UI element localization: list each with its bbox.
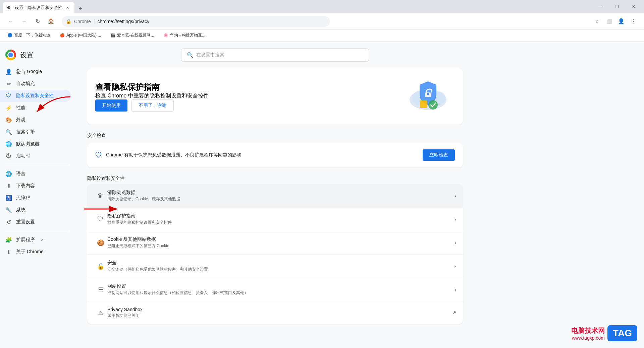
new-tab-btn[interactable]: + [76, 4, 85, 13]
sidebar-item-performance[interactable]: ⚡ 性能 [0, 102, 71, 114]
accessibility-icon: ♿ [5, 195, 12, 201]
search-box[interactable]: 🔍 在设置中搜索 [181, 48, 369, 62]
cookies-icon-area: 🍪 [94, 239, 107, 247]
bookmark-baidu[interactable]: 🔵 百度一下，你就知道 [5, 31, 52, 40]
tab-search-btn[interactable]: ⬜ [604, 16, 614, 27]
sidebar: 设置 👤 您与 Google ✏ 自动填充 🛡 隐私设置和安全性 ⚡ 性能 🎨 … [0, 42, 74, 348]
card-illustration [401, 76, 455, 117]
check-now-btn[interactable]: 立即检查 [423, 149, 455, 161]
search-placeholder-text: 在设置中搜索 [196, 52, 224, 58]
sidebar-item-extensions[interactable]: 🧩 扩展程序 ↗ [0, 234, 71, 246]
svg-point-7 [428, 100, 438, 110]
sidebar-item-default-browser[interactable]: 🌐 默认浏览器 [0, 138, 71, 150]
cookies-item[interactable]: 🍪 Cookie 及其他网站数据 已阻止无痕模式下的第三方 Cookie › [87, 231, 463, 255]
privacy-sandbox-item[interactable]: ⚠ Privacy Sandbox 试用版功能已关闭 ↗ [87, 301, 463, 324]
security-check-card: 🛡 Chrome 有助于保护您免受数据泄露、不良扩展程序等问题的影响 立即检查 [87, 143, 463, 167]
security-arrow: › [454, 263, 456, 269]
site-settings-item[interactable]: ☰ 网站设置 控制网站可以使用和显示什么信息（如位置信息、摄像头、弹出式窗口及其… [87, 278, 463, 301]
home-btn[interactable]: 🏠 [46, 16, 56, 27]
privacy-settings-title: 隐私设置和安全性 [87, 176, 463, 182]
huawei-label: 华为 - 构建万物互... [170, 32, 205, 38]
sidebar-item-language[interactable]: 🌐 语言 [0, 168, 71, 180]
privacy-sandbox-content: Privacy Sandbox 试用版功能已关闭 [107, 307, 452, 319]
iqiyi-favicon: 🎬 [110, 33, 116, 38]
sidebar-item-privacy[interactable]: 🛡 隐私设置和安全性 [0, 90, 71, 102]
google-label: 您与 Google [16, 69, 42, 75]
sidebar-item-startup[interactable]: ⏻ 启动时 [0, 150, 71, 162]
bookmark-iqiyi[interactable]: 🎬 爱奇艺-在线视频网... [108, 31, 156, 40]
sidebar-item-about[interactable]: ℹ 关于 Chrome [0, 246, 71, 258]
sidebar-item-autofill[interactable]: ✏ 自动填充 [0, 78, 71, 90]
sidebar-item-google[interactable]: 👤 您与 Google [0, 66, 71, 78]
address-url: chrome://settings/privacy [97, 19, 326, 24]
cookies-title: Cookie 及其他网站数据 [107, 236, 454, 242]
sidebar-item-appearance[interactable]: 🎨 外观 [0, 114, 71, 126]
search-container: 🔍 在设置中搜索 [87, 42, 463, 68]
privacy-guide-item[interactable]: 🛡 隐私保护指南 检查重要的隐私控制设置和安全控件 › [87, 208, 463, 231]
trash-icon: 🗑 [98, 192, 104, 199]
sidebar-item-system[interactable]: 🔧 系统 [0, 204, 71, 216]
title-bar: ⚙ 设置 - 隐私设置和安全性 ✕ + ─ ❐ ✕ [0, 0, 644, 13]
watermark-site: 电脑技术网 [571, 326, 605, 335]
close-btn[interactable]: ✕ [626, 1, 641, 12]
watermark-url: www.tagxp.com [571, 335, 605, 341]
site-settings-desc: 控制网站可以使用和显示什么信息（如位置信息、摄像头、弹出式窗口及其他） [107, 290, 454, 296]
skip-btn[interactable]: 不用了，谢谢 [131, 99, 174, 112]
clear-browsing-content: 清除浏览数据 清除浏览记录、Cookie、缓存及其他数据 [107, 190, 454, 202]
sidebar-divider-2 [5, 231, 68, 231]
default-browser-label: 默认浏览器 [16, 141, 40, 147]
extensions-icon: 🧩 [5, 236, 12, 243]
clear-browsing-desc: 清除浏览记录、Cookie、缓存及其他数据 [107, 196, 454, 202]
tab-favicon: ⚙ [7, 5, 12, 10]
sidebar-item-downloads[interactable]: ⬇ 下载内容 [0, 180, 71, 192]
apple-label: Apple (中国大陆) ... [66, 32, 101, 38]
back-btn[interactable]: ← [5, 16, 16, 27]
sidebar-item-accessibility[interactable]: ♿ 无障碍 [0, 192, 71, 204]
sidebar-item-search[interactable]: 🔍 搜索引擎 [0, 126, 71, 138]
appearance-icon: 🎨 [5, 117, 12, 123]
settings-main: 🔍 在设置中搜索 查看隐私保护指南 检查 Chrome 中重要的隐私控制设置和安… [74, 42, 476, 348]
security-desc: 安全浏览（保护您免受危险网站的侵害）和其他安全设置 [107, 267, 454, 272]
security-icon-area: 🔒 [94, 263, 107, 270]
toolbar-actions: ☆ ⬜ 👤 ⋮ [592, 16, 639, 27]
privacy-guide-item-content: 隐私保护指南 检查重要的隐私控制设置和安全控件 [107, 213, 454, 225]
privacy-guide-icon-area: 🛡 [94, 216, 107, 223]
bookmark-apple[interactable]: 🍎 Apple (中国大陆) ... [58, 31, 103, 40]
security-item[interactable]: 🔒 安全 安全浏览（保护您免受危险网站的侵害）和其他安全设置 › [87, 255, 463, 278]
watermark-tag: TAG [607, 325, 637, 341]
extensions-label: 扩展程序 [16, 237, 35, 243]
huawei-favicon: 🌸 [163, 33, 169, 38]
forward-btn[interactable]: → [19, 16, 30, 27]
settings-list: 🗑 清除浏览数据 清除浏览记录、Cookie、缓存及其他数据 › 🛡 [87, 184, 463, 324]
startup-icon: ⏻ [5, 153, 12, 159]
restore-btn[interactable]: ❐ [609, 1, 625, 12]
privacy-sandbox-icon-area: ⚠ [94, 309, 107, 316]
language-icon: 🌐 [5, 170, 12, 177]
clear-browsing-arrow: › [454, 193, 456, 199]
search-engine-icon: 🔍 [5, 129, 12, 135]
privacy-guide-arrow: › [454, 216, 456, 222]
security-title: 安全 [107, 260, 454, 266]
start-btn[interactable]: 开始使用 [95, 99, 127, 112]
bookmark-star-btn[interactable]: ☆ [592, 16, 602, 27]
appearance-label: 外观 [16, 117, 25, 123]
tab-close-btn[interactable]: ✕ [65, 5, 70, 10]
card-buttons: 开始使用 不用了，谢谢 [95, 99, 209, 112]
baidu-favicon: 🔵 [7, 33, 13, 38]
sidebar-header: 设置 [0, 47, 74, 66]
active-tab[interactable]: ⚙ 设置 - 隐私设置和安全性 ✕ [3, 2, 74, 13]
downloads-label: 下载内容 [16, 183, 35, 189]
clear-browsing-item[interactable]: 🗑 清除浏览数据 清除浏览记录、Cookie、缓存及其他数据 › [87, 184, 463, 208]
profile-btn[interactable]: 👤 [616, 16, 627, 27]
privacy-guide-title: 查看隐私保护指南 [95, 82, 209, 92]
cookies-content: Cookie 及其他网站数据 已阻止无痕模式下的第三方 Cookie [107, 236, 454, 249]
reload-btn[interactable]: ↻ [32, 16, 43, 27]
sidebar-item-reset[interactable]: ↺ 重置设置 [0, 216, 71, 228]
menu-btn[interactable]: ⋮ [628, 16, 639, 27]
clear-browsing-icon-area: 🗑 [94, 192, 107, 199]
address-bar[interactable]: 🔒 Chrome | chrome://settings/privacy [62, 16, 330, 27]
privacy-sandbox-desc: 试用版功能已关闭 [107, 313, 452, 319]
watermark: 电脑技术网 www.tagxp.com TAG [571, 325, 637, 341]
bookmark-huawei[interactable]: 🌸 华为 - 构建万物互... [161, 31, 207, 40]
minimize-btn[interactable]: ─ [592, 1, 608, 12]
